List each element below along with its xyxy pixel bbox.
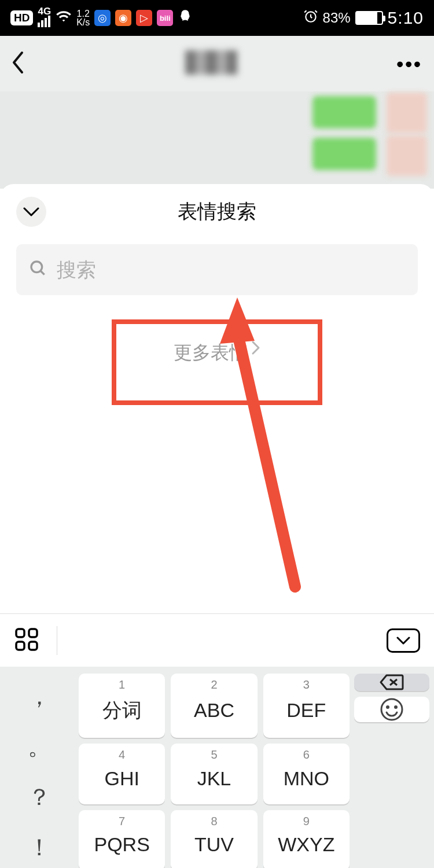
hd-badge: HD bbox=[10, 10, 33, 25]
key-4-ghi[interactable]: 4GHI bbox=[79, 744, 165, 804]
more-button[interactable]: ••• bbox=[396, 53, 422, 75]
key-7-pqrs[interactable]: 7PQRS bbox=[79, 810, 165, 868]
avatar bbox=[387, 93, 427, 133]
app-icon-3: ▷ bbox=[136, 10, 152, 26]
smile-icon bbox=[379, 697, 404, 722]
svg-point-12 bbox=[387, 707, 389, 708]
network-4g: 4G bbox=[38, 8, 51, 28]
more-emoji-button[interactable]: 更多表情 bbox=[112, 319, 322, 405]
svg-line-2 bbox=[41, 271, 45, 275]
sheet-title: 表情搜索 bbox=[16, 198, 418, 225]
keyboard-main-grid: 1分词 2ABC 3DEF 4GHI 5JKL 6MNO 7PQRS 8TUV … bbox=[79, 674, 350, 868]
battery-percent: 83% bbox=[323, 10, 351, 26]
keyboard-apps-icon[interactable] bbox=[14, 627, 39, 654]
keyboard-right-column bbox=[354, 674, 429, 868]
search-input[interactable] bbox=[57, 259, 405, 281]
svg-point-11 bbox=[381, 699, 402, 720]
app-icon-1: ◎ bbox=[94, 10, 111, 26]
key-3-def[interactable]: 3DEF bbox=[263, 674, 350, 738]
alarm-icon bbox=[303, 9, 318, 27]
emoji-search-sheet: 表情搜索 更多表情 bbox=[0, 184, 434, 613]
battery-icon bbox=[355, 11, 383, 25]
keyboard-toolbar bbox=[0, 613, 434, 667]
more-emoji-label: 更多表情 bbox=[174, 340, 248, 366]
key-6-mno[interactable]: 6MNO bbox=[263, 744, 350, 804]
chat-title bbox=[25, 50, 396, 77]
key-punct-question[interactable]: ？ bbox=[5, 774, 74, 820]
search-box[interactable] bbox=[16, 244, 418, 295]
net-speed: 1.2 K/s bbox=[76, 9, 90, 27]
svg-rect-7 bbox=[16, 642, 24, 650]
key-punct-comma[interactable]: ， bbox=[5, 674, 74, 719]
chat-nav-bar: ••• bbox=[0, 36, 434, 91]
key-punct-exclaim[interactable]: ！ bbox=[5, 825, 74, 868]
key-1[interactable]: 1分词 bbox=[79, 674, 165, 738]
key-backspace[interactable] bbox=[354, 674, 429, 691]
search-icon bbox=[29, 259, 47, 280]
svg-rect-8 bbox=[29, 642, 37, 650]
key-emoji[interactable] bbox=[354, 697, 429, 722]
back-button[interactable] bbox=[12, 50, 25, 77]
key-punct-period[interactable]: 。 bbox=[5, 724, 74, 770]
key-8-tuv[interactable]: 8TUV bbox=[171, 810, 257, 868]
chat-background bbox=[0, 91, 434, 189]
signal-bars-icon bbox=[38, 16, 50, 27]
avatar bbox=[387, 135, 427, 176]
key-2-abc[interactable]: 2ABC bbox=[171, 674, 257, 738]
keyboard: ， 。 ？ ！ 1分词 2ABC 3DEF 4GHI 5JKL 6MNO 7PQ… bbox=[0, 667, 434, 868]
status-bar: HD 4G 1.2 K/s ◎ ◉ ▷ bili 83% 5:10 bbox=[0, 0, 434, 36]
toolbar-divider bbox=[57, 626, 57, 655]
backspace-icon bbox=[380, 674, 404, 691]
key-5-jkl[interactable]: 5JKL bbox=[171, 744, 257, 804]
svg-point-1 bbox=[31, 262, 42, 273]
keyboard-collapse-button[interactable] bbox=[387, 628, 420, 653]
wifi-icon bbox=[56, 8, 72, 28]
chat-bubble bbox=[312, 96, 376, 128]
app-icon-2: ◉ bbox=[115, 10, 131, 26]
svg-point-13 bbox=[395, 707, 397, 708]
app-icon-4: bili bbox=[157, 10, 173, 26]
chat-bubble bbox=[312, 138, 376, 170]
chevron-right-icon bbox=[251, 340, 260, 355]
keyboard-punct-column: ， 。 ？ ！ bbox=[5, 674, 74, 868]
svg-rect-6 bbox=[29, 629, 37, 637]
app-icon-qq bbox=[178, 9, 193, 28]
svg-rect-5 bbox=[16, 629, 24, 637]
status-clock: 5:10 bbox=[388, 8, 424, 28]
key-9-wxyz[interactable]: 9WXYZ bbox=[263, 810, 350, 868]
